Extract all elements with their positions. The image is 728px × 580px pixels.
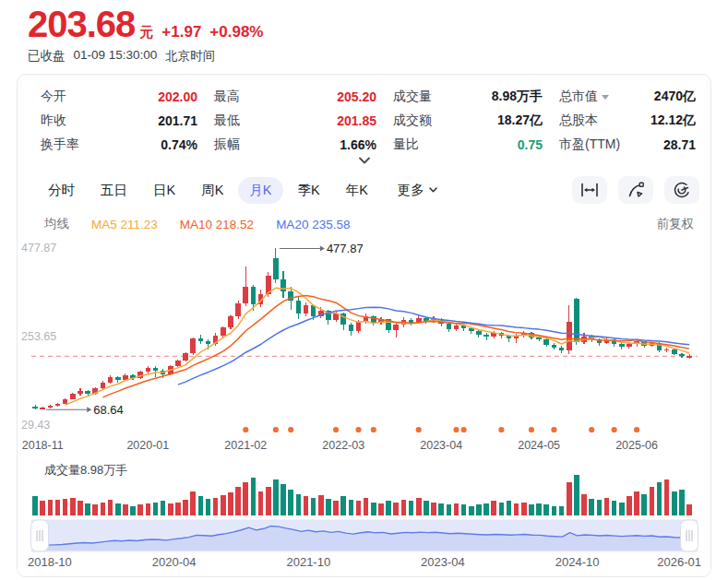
stat-low: 最低 201.85 <box>214 109 376 133</box>
chevron-down-icon <box>428 186 438 194</box>
stat-turnover-amount: 成交额 18.27亿 <box>393 109 543 133</box>
tab-quarterly-k[interactable]: 季K <box>287 177 331 204</box>
timezone-label: 北京时间 <box>165 48 215 65</box>
price-header: 203.68 元 +1.97 +0.98% <box>28 4 264 45</box>
stat-amplitude: 振幅 1.66% <box>214 133 376 157</box>
svg-text:29.43: 29.43 <box>21 419 50 432</box>
svg-text:2024-05: 2024-05 <box>518 439 560 452</box>
drawing-tools-button[interactable] <box>618 176 653 204</box>
collapse-stats-button[interactable] <box>18 156 710 171</box>
tab-weekly-k[interactable]: 周K <box>190 177 234 204</box>
stat-market-cap: 总市值 2470亿 <box>559 85 696 109</box>
tab-monthly-k[interactable]: 月K <box>238 177 282 204</box>
svg-text:2020-01: 2020-01 <box>126 439 169 452</box>
ma5-legend: MA5 211.23 <box>91 218 158 231</box>
navigator-date-label: 2023-04 <box>421 555 465 569</box>
navigator-left-handle[interactable] <box>31 520 49 551</box>
svg-text:2022-03: 2022-03 <box>322 439 364 452</box>
ma-title: 均线 <box>44 216 69 232</box>
tab-minute[interactable]: 分时 <box>37 177 86 204</box>
volume-bars <box>32 475 692 515</box>
stats-grid: 今开 202.00 最高 205.20 成交量 8.98万手 总市值 2470亿… <box>41 85 696 157</box>
svg-text:2025-06: 2025-06 <box>615 439 658 452</box>
expand-horizontal-button[interactable] <box>572 176 607 204</box>
market-status-row: 已收盘 01-09 15:30:00 北京时间 <box>28 48 215 65</box>
svg-text:68.64: 68.64 <box>93 403 124 417</box>
current-price: 203.68 <box>28 4 135 45</box>
expand-horizontal-icon <box>579 182 600 198</box>
market-cap-dropdown-icon[interactable] <box>602 95 609 103</box>
range-navigator[interactable] <box>18 519 710 553</box>
navigator-date-label: 2018-10 <box>28 555 72 569</box>
main-candlestick-chart[interactable]: 477.87253.6529.43477.8768.642018-112020-… <box>18 237 710 455</box>
stat-total-shares: 总股本 12.12亿 <box>559 109 696 133</box>
indicator-settings-button[interactable] <box>664 176 699 204</box>
svg-text:253.65: 253.65 <box>21 330 56 343</box>
ma20-legend: MA20 235.58 <box>276 218 350 231</box>
dividend-dots <box>243 427 639 432</box>
draw-tools-icon <box>627 181 645 199</box>
volume-pane-label: 成交量8.98万手 <box>44 462 127 479</box>
chevron-down-icon <box>357 156 372 165</box>
ma5-line <box>66 288 689 405</box>
navigator-date-label: 2020-04 <box>152 555 197 569</box>
stat-volume: 成交量 8.98万手 <box>393 85 543 109</box>
x-axis-labels: 2018-112020-012021-022022-032023-042024-… <box>22 439 658 452</box>
period-tab-bar: 分时 五日 日K 周K 月K 季K 年K 更多 <box>37 175 699 205</box>
y-axis-labels: 477.87253.6529.43 <box>21 242 56 432</box>
navigator-axis-labels: 2018-102020-042021-102023-042024-102026-… <box>18 555 710 570</box>
navigator-date-label: 2024-10 <box>555 555 600 569</box>
stat-volume-ratio: 量比 0.75 <box>393 133 543 157</box>
stat-pe-ttm: 市盈(TTM) 28.71 <box>559 133 696 157</box>
svg-text:477.87: 477.87 <box>21 242 56 254</box>
stat-high: 最高 205.20 <box>214 85 376 109</box>
quote-datetime: 01-09 15:30:00 <box>74 48 158 65</box>
stat-open: 今开 202.00 <box>41 85 197 109</box>
navigator-right-handle[interactable] <box>681 520 698 551</box>
navigator-date-label: 2021-10 <box>286 555 330 569</box>
svg-text:477.87: 477.87 <box>327 242 364 255</box>
price-change-percent: +0.98% <box>209 23 263 41</box>
more-periods-button[interactable]: 更多 <box>390 177 446 204</box>
candles <box>32 248 692 409</box>
market-status: 已收盘 <box>28 48 66 65</box>
stat-turnover-rate: 换手率 0.74% <box>41 133 197 157</box>
svg-text:2021-02: 2021-02 <box>224 439 267 452</box>
ma10-legend: MA10 218.52 <box>180 218 254 231</box>
tab-daily-k[interactable]: 日K <box>142 177 186 204</box>
svg-text:2018-11: 2018-11 <box>22 439 64 452</box>
price-change: +1.97 <box>161 23 201 41</box>
ma20-line <box>178 307 689 385</box>
currency-unit: 元 <box>139 24 153 41</box>
tab-yearly-k[interactable]: 年K <box>335 177 379 204</box>
svg-text:2023-04: 2023-04 <box>420 439 462 452</box>
stat-prev-close: 昨收 201.71 <box>41 109 197 133</box>
tab-five-day[interactable]: 五日 <box>90 177 138 204</box>
ma-legend-row: 均线 MA5 211.23 MA10 218.52 MA20 235.58 前复… <box>44 216 694 232</box>
forward-adjusted-toggle[interactable]: 前复权 <box>657 216 695 232</box>
navigator-date-label: 2026-01 <box>657 555 701 569</box>
quote-card: 今开 202.00 最高 205.20 成交量 8.98万手 总市值 2470亿… <box>17 74 711 577</box>
indicator-gauge-icon <box>673 181 691 199</box>
